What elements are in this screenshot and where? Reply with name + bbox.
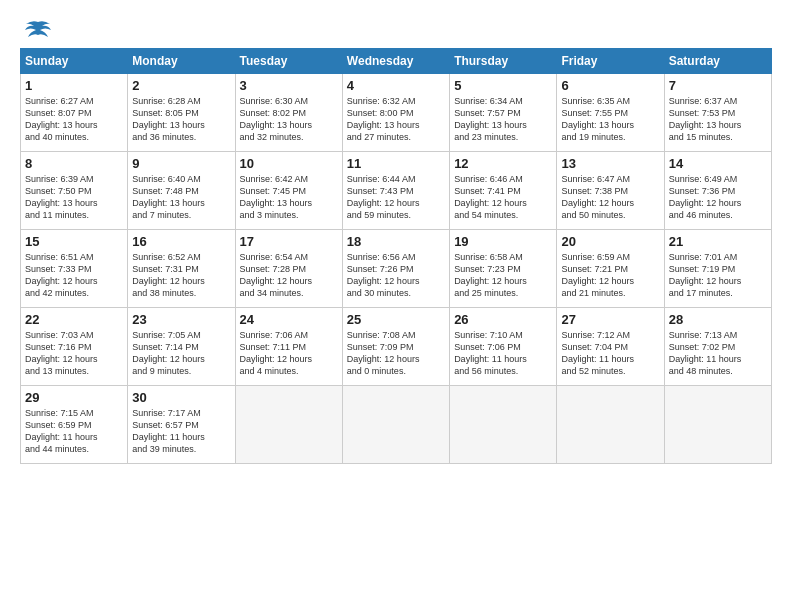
calendar-week-row: 8Sunrise: 6:39 AMSunset: 7:50 PMDaylight… [21, 152, 772, 230]
day-number: 11 [347, 156, 445, 171]
calendar-cell: 8Sunrise: 6:39 AMSunset: 7:50 PMDaylight… [21, 152, 128, 230]
calendar-cell [450, 386, 557, 464]
cell-details: Sunrise: 6:54 AMSunset: 7:28 PMDaylight:… [240, 251, 338, 300]
calendar-week-row: 15Sunrise: 6:51 AMSunset: 7:33 PMDayligh… [21, 230, 772, 308]
cell-details: Sunrise: 6:44 AMSunset: 7:43 PMDaylight:… [347, 173, 445, 222]
calendar-cell: 9Sunrise: 6:40 AMSunset: 7:48 PMDaylight… [128, 152, 235, 230]
day-number: 7 [669, 78, 767, 93]
calendar-cell: 29Sunrise: 7:15 AMSunset: 6:59 PMDayligh… [21, 386, 128, 464]
day-number: 29 [25, 390, 123, 405]
day-number: 23 [132, 312, 230, 327]
weekday-header-thursday: Thursday [450, 49, 557, 74]
weekday-header-saturday: Saturday [664, 49, 771, 74]
cell-details: Sunrise: 6:27 AMSunset: 8:07 PMDaylight:… [25, 95, 123, 144]
calendar-cell [664, 386, 771, 464]
day-number: 19 [454, 234, 552, 249]
cell-details: Sunrise: 6:58 AMSunset: 7:23 PMDaylight:… [454, 251, 552, 300]
weekday-header-sunday: Sunday [21, 49, 128, 74]
day-number: 25 [347, 312, 445, 327]
calendar-cell: 26Sunrise: 7:10 AMSunset: 7:06 PMDayligh… [450, 308, 557, 386]
day-number: 18 [347, 234, 445, 249]
calendar-cell: 30Sunrise: 7:17 AMSunset: 6:57 PMDayligh… [128, 386, 235, 464]
day-number: 5 [454, 78, 552, 93]
calendar-week-row: 1Sunrise: 6:27 AMSunset: 8:07 PMDaylight… [21, 74, 772, 152]
calendar-cell: 1Sunrise: 6:27 AMSunset: 8:07 PMDaylight… [21, 74, 128, 152]
logo-bird-icon [24, 20, 52, 40]
calendar-week-row: 29Sunrise: 7:15 AMSunset: 6:59 PMDayligh… [21, 386, 772, 464]
cell-details: Sunrise: 7:03 AMSunset: 7:16 PMDaylight:… [25, 329, 123, 378]
cell-details: Sunrise: 6:51 AMSunset: 7:33 PMDaylight:… [25, 251, 123, 300]
calendar-cell: 18Sunrise: 6:56 AMSunset: 7:26 PMDayligh… [342, 230, 449, 308]
calendar-cell: 4Sunrise: 6:32 AMSunset: 8:00 PMDaylight… [342, 74, 449, 152]
calendar-cell [557, 386, 664, 464]
day-number: 16 [132, 234, 230, 249]
cell-details: Sunrise: 6:46 AMSunset: 7:41 PMDaylight:… [454, 173, 552, 222]
day-number: 2 [132, 78, 230, 93]
calendar-cell: 17Sunrise: 6:54 AMSunset: 7:28 PMDayligh… [235, 230, 342, 308]
calendar-cell: 14Sunrise: 6:49 AMSunset: 7:36 PMDayligh… [664, 152, 771, 230]
day-number: 17 [240, 234, 338, 249]
cell-details: Sunrise: 6:37 AMSunset: 7:53 PMDaylight:… [669, 95, 767, 144]
calendar-cell: 7Sunrise: 6:37 AMSunset: 7:53 PMDaylight… [664, 74, 771, 152]
day-number: 8 [25, 156, 123, 171]
cell-details: Sunrise: 7:08 AMSunset: 7:09 PMDaylight:… [347, 329, 445, 378]
cell-details: Sunrise: 6:30 AMSunset: 8:02 PMDaylight:… [240, 95, 338, 144]
day-number: 3 [240, 78, 338, 93]
cell-details: Sunrise: 7:15 AMSunset: 6:59 PMDaylight:… [25, 407, 123, 456]
calendar-cell: 5Sunrise: 6:34 AMSunset: 7:57 PMDaylight… [450, 74, 557, 152]
day-number: 12 [454, 156, 552, 171]
cell-details: Sunrise: 6:39 AMSunset: 7:50 PMDaylight:… [25, 173, 123, 222]
calendar-cell: 28Sunrise: 7:13 AMSunset: 7:02 PMDayligh… [664, 308, 771, 386]
day-number: 30 [132, 390, 230, 405]
weekday-header-row: SundayMondayTuesdayWednesdayThursdayFrid… [21, 49, 772, 74]
calendar-cell: 3Sunrise: 6:30 AMSunset: 8:02 PMDaylight… [235, 74, 342, 152]
cell-details: Sunrise: 6:42 AMSunset: 7:45 PMDaylight:… [240, 173, 338, 222]
cell-details: Sunrise: 7:05 AMSunset: 7:14 PMDaylight:… [132, 329, 230, 378]
cell-details: Sunrise: 6:34 AMSunset: 7:57 PMDaylight:… [454, 95, 552, 144]
calendar-cell: 2Sunrise: 6:28 AMSunset: 8:05 PMDaylight… [128, 74, 235, 152]
weekday-header-wednesday: Wednesday [342, 49, 449, 74]
day-number: 20 [561, 234, 659, 249]
day-number: 24 [240, 312, 338, 327]
day-number: 15 [25, 234, 123, 249]
calendar-cell: 19Sunrise: 6:58 AMSunset: 7:23 PMDayligh… [450, 230, 557, 308]
calendar-cell: 27Sunrise: 7:12 AMSunset: 7:04 PMDayligh… [557, 308, 664, 386]
cell-details: Sunrise: 7:10 AMSunset: 7:06 PMDaylight:… [454, 329, 552, 378]
cell-details: Sunrise: 6:35 AMSunset: 7:55 PMDaylight:… [561, 95, 659, 144]
calendar-cell: 22Sunrise: 7:03 AMSunset: 7:16 PMDayligh… [21, 308, 128, 386]
day-number: 27 [561, 312, 659, 327]
calendar-week-row: 22Sunrise: 7:03 AMSunset: 7:16 PMDayligh… [21, 308, 772, 386]
weekday-header-monday: Monday [128, 49, 235, 74]
cell-details: Sunrise: 7:13 AMSunset: 7:02 PMDaylight:… [669, 329, 767, 378]
calendar-cell: 23Sunrise: 7:05 AMSunset: 7:14 PMDayligh… [128, 308, 235, 386]
cell-details: Sunrise: 6:52 AMSunset: 7:31 PMDaylight:… [132, 251, 230, 300]
cell-details: Sunrise: 6:56 AMSunset: 7:26 PMDaylight:… [347, 251, 445, 300]
day-number: 6 [561, 78, 659, 93]
cell-details: Sunrise: 7:06 AMSunset: 7:11 PMDaylight:… [240, 329, 338, 378]
calendar-table: SundayMondayTuesdayWednesdayThursdayFrid… [20, 48, 772, 464]
day-number: 21 [669, 234, 767, 249]
calendar-cell: 11Sunrise: 6:44 AMSunset: 7:43 PMDayligh… [342, 152, 449, 230]
weekday-header-tuesday: Tuesday [235, 49, 342, 74]
calendar-cell: 15Sunrise: 6:51 AMSunset: 7:33 PMDayligh… [21, 230, 128, 308]
cell-details: Sunrise: 6:32 AMSunset: 8:00 PMDaylight:… [347, 95, 445, 144]
cell-details: Sunrise: 7:17 AMSunset: 6:57 PMDaylight:… [132, 407, 230, 456]
day-number: 22 [25, 312, 123, 327]
calendar-page: SundayMondayTuesdayWednesdayThursdayFrid… [0, 0, 792, 474]
day-number: 10 [240, 156, 338, 171]
calendar-cell: 12Sunrise: 6:46 AMSunset: 7:41 PMDayligh… [450, 152, 557, 230]
calendar-cell [235, 386, 342, 464]
day-number: 4 [347, 78, 445, 93]
header [20, 20, 772, 40]
cell-details: Sunrise: 7:12 AMSunset: 7:04 PMDaylight:… [561, 329, 659, 378]
calendar-cell [342, 386, 449, 464]
calendar-cell: 10Sunrise: 6:42 AMSunset: 7:45 PMDayligh… [235, 152, 342, 230]
calendar-cell: 6Sunrise: 6:35 AMSunset: 7:55 PMDaylight… [557, 74, 664, 152]
calendar-cell: 13Sunrise: 6:47 AMSunset: 7:38 PMDayligh… [557, 152, 664, 230]
day-number: 9 [132, 156, 230, 171]
cell-details: Sunrise: 6:28 AMSunset: 8:05 PMDaylight:… [132, 95, 230, 144]
calendar-cell: 21Sunrise: 7:01 AMSunset: 7:19 PMDayligh… [664, 230, 771, 308]
day-number: 14 [669, 156, 767, 171]
calendar-cell: 25Sunrise: 7:08 AMSunset: 7:09 PMDayligh… [342, 308, 449, 386]
day-number: 28 [669, 312, 767, 327]
